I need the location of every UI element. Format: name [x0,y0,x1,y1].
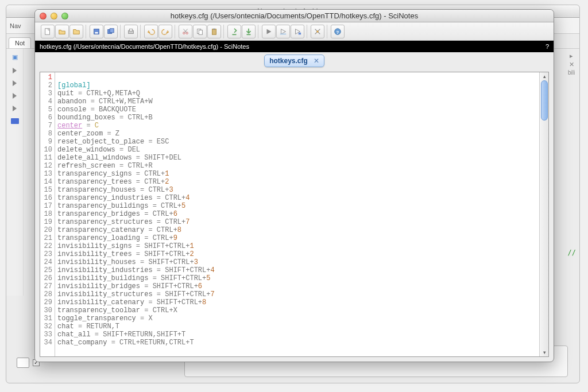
code-line[interactable]: transparency_toolbar = CTRL+X [57,306,537,315]
line-number: 14 [40,178,52,186]
file-tab[interactable]: hotkeys.cfg ✕ [264,55,324,67]
code-line[interactable]: toggle_transparency = X [57,315,537,323]
svg-rect-4 [110,28,114,32]
bg-sidebar: ▣ [6,49,24,296]
code-line[interactable]: invisibility_signs = SHIFT+CTRL+1 [57,242,537,250]
save-button[interactable] [90,25,103,38]
code-line[interactable]: transparency_houses = CTRL+3 [57,186,537,194]
line-number: 15 [40,186,52,194]
document-path: hotkeys.cfg (/Users/ontecnia/Documents/O… [40,43,249,50]
undo-button[interactable] [144,25,158,38]
new-file-button[interactable] [41,25,55,38]
code-line[interactable]: invisibility_industries = SHIFT+CTRL+4 [57,266,537,274]
code-line[interactable]: transparency_industries = CTRL+4 [57,194,537,202]
code-line[interactable]: invisibility_bridges = SHIFT+CTRL+6 [57,282,537,290]
code-line[interactable]: invisibility_structures = SHIFT+CTRL+7 [57,290,537,298]
titlebar[interactable]: hotkeys.cfg (/Users/ontecnia/Documents/O… [35,10,554,22]
find-button[interactable] [227,25,241,38]
svg-rect-13 [280,33,287,34]
code-line[interactable]: bounding_boxes = CTRL+B [57,114,537,122]
bg-right-controls: ▸ ✕ bili [566,51,577,77]
bg-tab-nom[interactable]: Not [9,37,31,48]
line-number: 2 [40,81,52,90]
help-indicator[interactable]: ? [546,43,549,50]
code-line[interactable]: delete_all_windows = SHIFT+DEL [57,154,537,162]
code-line[interactable]: invisibility_trees = SHIFT+CTRL+2 [57,250,537,258]
line-number: 30 [40,306,52,315]
copy-button[interactable] [193,25,207,38]
scroll-thumb[interactable] [541,80,548,121]
line-number: 28 [40,290,52,298]
vertical-scrollbar[interactable]: ▴ ▾ [539,72,548,356]
minimize-window-button[interactable] [51,13,57,20]
code-line[interactable]: [global] [57,81,537,90]
code-line[interactable]: transparency_signs = CTRL+1 [57,170,537,178]
expand-icon[interactable]: ▸ [566,52,577,60]
code-line[interactable]: reset_object_to_place = ESC [57,138,537,146]
line-number: 6 [40,114,52,122]
expand-icon[interactable] [13,68,17,73]
cut-button[interactable] [179,25,192,38]
code-content[interactable]: [global]quit = CTRL+Q,META+Qabandon = CT… [55,72,539,356]
print-button[interactable] [124,25,138,38]
code-line[interactable]: transparency_loading = CTRL+9 [57,234,537,242]
comment-text: // [568,249,576,257]
line-number: 29 [40,298,52,306]
code-line[interactable]: chat = RETURN,T [57,323,537,331]
code-line[interactable]: transparency_buildings = CTRL+5 [57,202,537,210]
help-button[interactable]: ? [331,25,345,38]
expand-icon[interactable] [13,80,17,86]
code-line[interactable]: center = C [57,122,537,130]
redo-button[interactable] [158,25,172,38]
paste-button[interactable] [207,25,221,38]
run-selection-button[interactable] [276,25,290,38]
open-file-button[interactable] [55,25,69,38]
line-number: 5 [40,106,52,114]
code-line[interactable]: console = BACKQUOTE [57,106,537,114]
scroll-down-button[interactable]: ▾ [540,348,549,356]
file-tab-label: hotkeys.cfg [269,57,308,65]
line-number: 10 [40,146,52,154]
line-number: 31 [40,315,52,323]
code-line[interactable]: delete_windows = DEL [57,146,537,154]
close-window-button[interactable] [40,13,47,20]
code-line[interactable]: invisibility_buildings = SHIFT+CTRL+5 [57,274,537,282]
code-line[interactable] [57,73,537,81]
code-line[interactable]: refresh_screen = CTRL+R [57,162,537,170]
selected-item-indicator [11,118,19,124]
scroll-up-button[interactable]: ▴ [540,72,549,80]
close-icon[interactable]: ✕ [566,61,577,68]
code-line[interactable]: center_zoom = Z [57,130,537,138]
save-as-button[interactable] [104,25,118,38]
expand-icon[interactable] [13,93,17,99]
scinotes-window: hotkeys.cfg (/Users/ontecnia/Documents/O… [34,9,554,362]
expand-icon[interactable] [13,106,17,111]
line-number: 32 [40,323,52,331]
code-line[interactable]: chat_all = SHIFT+RETURN,SHIFT+T [57,331,537,339]
code-line[interactable]: chat_company = CTRL+RETURN,CTRL+T [57,339,537,347]
run-button[interactable] [262,25,276,38]
run-save-button[interactable] [291,25,304,38]
svg-rect-0 [45,28,50,34]
editor[interactable]: 1234567891011121314151617181920212223242… [40,72,549,357]
settings-button[interactable] [311,25,324,38]
code-line[interactable]: abandon = CTRL+W,META+W [57,98,537,106]
code-line[interactable]: quit = CTRL+Q,META+Q [57,90,537,98]
code-line[interactable]: transparency_bridges = CTRL+6 [57,210,537,218]
svg-rect-2 [95,32,98,33]
code-line[interactable]: transparency_catenary = CTRL+8 [57,226,537,234]
folder-icon: ▣ [12,53,18,61]
close-tab-button[interactable]: ✕ [314,57,319,65]
code-line[interactable]: invisibility_houses = SHIFT+CTRL+3 [57,258,537,266]
replace-button[interactable] [242,25,256,38]
zoom-window-button[interactable] [61,13,68,20]
code-line[interactable]: transparency_structures = CTRL+7 [57,218,537,226]
line-number: 26 [40,274,52,282]
filter-icon[interactable] [17,358,29,368]
code-line[interactable]: transparency_trees = CTRL+2 [57,178,537,186]
open-folder-button[interactable] [69,25,83,38]
code-line[interactable]: invisibility_catenary = SHIFT+CTRL+8 [57,298,537,306]
svg-rect-10 [199,30,202,34]
line-number: 33 [40,331,52,339]
svg-text:?: ? [336,29,339,34]
